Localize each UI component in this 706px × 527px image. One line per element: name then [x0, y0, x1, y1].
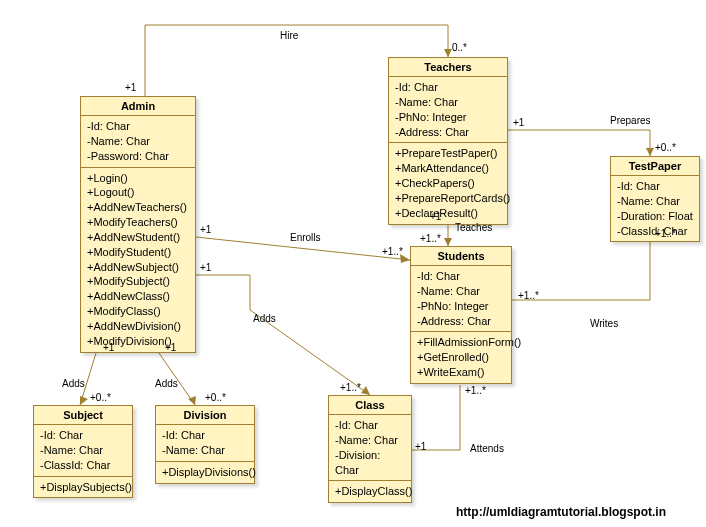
mult: 0..*	[452, 42, 467, 53]
mult: +1..*	[420, 233, 441, 244]
class-title: Admin	[81, 97, 195, 116]
rel-label-hire: Hire	[280, 30, 298, 41]
svg-marker-0	[444, 49, 452, 57]
class-title: Class	[329, 396, 411, 415]
mult: +0..*	[655, 142, 676, 153]
class-title: TestPaper	[611, 157, 699, 176]
class-ops: +FillAdmissionForm() +GetEnrolled() +Wri…	[411, 332, 511, 383]
mult: +1..*	[518, 290, 539, 301]
mult: +1	[200, 262, 211, 273]
svg-marker-8	[361, 386, 370, 395]
class-title: Teachers	[389, 58, 507, 77]
svg-marker-7	[188, 396, 196, 405]
mult: +1..*	[655, 228, 676, 239]
rel-label-teaches: Teaches	[455, 222, 492, 233]
mult: +0..*	[205, 392, 226, 403]
rel-label-writes: Writes	[590, 318, 618, 329]
mult: +1..*	[382, 246, 403, 257]
mult: +1	[165, 342, 176, 353]
class-title: Students	[411, 247, 511, 266]
svg-marker-1	[646, 148, 654, 156]
rel-label-enrolls: Enrolls	[290, 232, 321, 243]
mult: +1	[125, 82, 136, 93]
class-teachers: Teachers -Id: Char -Name: Char -PhNo: In…	[388, 57, 508, 225]
class-admin: Admin -Id: Char -Name: Char -Password: C…	[80, 96, 196, 353]
class-ops: +Login() +Logout() +AddNewTeachers() +Mo…	[81, 168, 195, 352]
class-division: Division -Id: Char -Name: Char +DisplayD…	[155, 405, 255, 484]
mult: +1	[103, 342, 114, 353]
class-attrs: -Id: Char -Name: Char -PhNo: Integer -Ad…	[389, 77, 507, 143]
class-class: Class -Id: Char -Name: Char -Division: C…	[328, 395, 412, 503]
mult: +1	[513, 117, 524, 128]
class-title: Division	[156, 406, 254, 425]
class-ops: +DisplaySubjects()	[34, 477, 132, 498]
mult: +1	[200, 224, 211, 235]
rel-label-attends: Attends	[470, 443, 504, 454]
footer-link: http://umldiagramtutorial.blogspot.in	[456, 505, 666, 519]
rel-label-adds: Adds	[253, 313, 276, 324]
class-title: Subject	[34, 406, 132, 425]
svg-marker-6	[80, 396, 88, 405]
class-attrs: -Id: Char -Name: Char -Division: Char	[329, 415, 411, 481]
class-students: Students -Id: Char -Name: Char -PhNo: In…	[410, 246, 512, 384]
class-attrs: -Id: Char -Name: Char -ClassId: Char	[34, 425, 132, 477]
mult: +1..*	[340, 382, 361, 393]
mult: +1..*	[465, 385, 486, 396]
class-ops: +DisplayClass()	[329, 481, 411, 502]
class-subject: Subject -Id: Char -Name: Char -ClassId: …	[33, 405, 133, 498]
class-ops: +DisplayDivisions()	[156, 462, 254, 483]
rel-label-prepares: Prepares	[610, 115, 651, 126]
class-attrs: -Id: Char -Name: Char -PhNo: Integer -Ad…	[411, 266, 511, 332]
rel-label-adds: Adds	[62, 378, 85, 389]
mult: +1	[415, 441, 426, 452]
svg-marker-3	[444, 238, 452, 246]
class-ops: +PrepareTestPaper() +MarkAttendance() +C…	[389, 143, 507, 223]
class-attrs: -Id: Char -Name: Char	[156, 425, 254, 462]
rel-label-adds: Adds	[155, 378, 178, 389]
class-attrs: -Id: Char -Name: Char -Password: Char	[81, 116, 195, 168]
mult: +0..*	[90, 392, 111, 403]
mult: +1	[430, 211, 441, 222]
